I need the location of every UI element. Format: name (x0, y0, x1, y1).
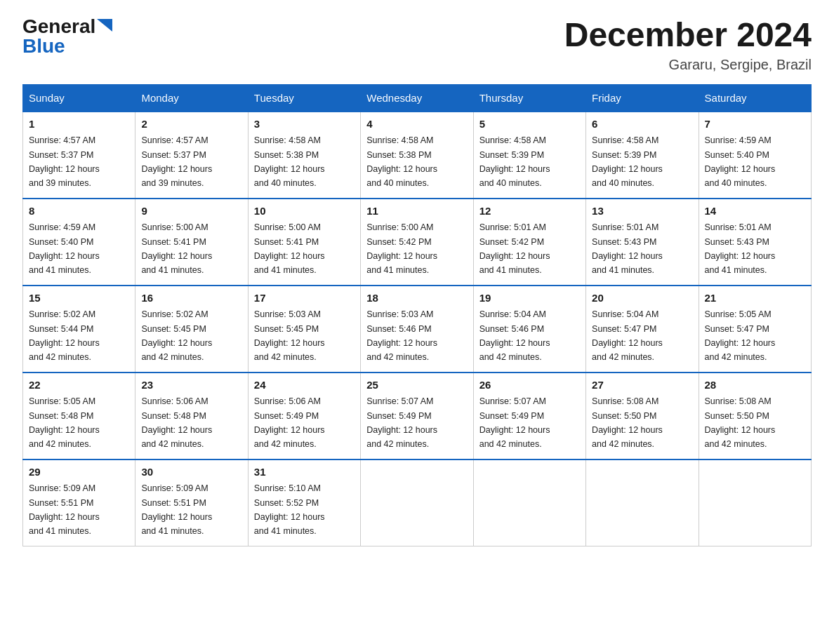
day-info: Sunrise: 5:08 AMSunset: 5:50 PMDaylight:… (592, 396, 663, 449)
calendar-cell: 23 Sunrise: 5:06 AMSunset: 5:48 PMDaylig… (135, 373, 248, 459)
day-info: Sunrise: 5:04 AMSunset: 5:46 PMDaylight:… (479, 309, 550, 362)
calendar-week-row: 22 Sunrise: 5:05 AMSunset: 5:48 PMDaylig… (23, 373, 812, 459)
calendar-cell (473, 459, 585, 546)
day-info: Sunrise: 5:06 AMSunset: 5:49 PMDaylight:… (254, 396, 325, 449)
day-info: Sunrise: 4:59 AMSunset: 5:40 PMDaylight:… (29, 222, 100, 275)
day-info: Sunrise: 5:01 AMSunset: 5:42 PMDaylight:… (479, 222, 550, 275)
day-number: 19 (479, 290, 580, 307)
day-number: 27 (592, 377, 692, 394)
day-number: 29 (29, 464, 129, 481)
column-header-friday: Friday (586, 84, 699, 112)
calendar-cell: 9 Sunrise: 5:00 AMSunset: 5:41 PMDayligh… (135, 199, 248, 286)
day-info: Sunrise: 5:03 AMSunset: 5:45 PMDaylight:… (254, 309, 325, 362)
location-text: Gararu, Sergipe, Brazil (564, 57, 812, 73)
day-info: Sunrise: 4:58 AMSunset: 5:38 PMDaylight:… (254, 135, 325, 188)
day-info: Sunrise: 4:59 AMSunset: 5:40 PMDaylight:… (705, 135, 776, 188)
day-number: 2 (141, 116, 241, 133)
logo-triangle-icon (97, 19, 112, 32)
day-info: Sunrise: 5:00 AMSunset: 5:41 PMDaylight:… (141, 222, 212, 275)
day-info: Sunrise: 5:08 AMSunset: 5:50 PMDaylight:… (705, 396, 776, 449)
day-info: Sunrise: 4:58 AMSunset: 5:39 PMDaylight:… (592, 135, 663, 188)
day-info: Sunrise: 5:03 AMSunset: 5:46 PMDaylight:… (366, 309, 437, 362)
day-info: Sunrise: 5:07 AMSunset: 5:49 PMDaylight:… (366, 396, 437, 449)
calendar-cell: 4 Sunrise: 4:58 AMSunset: 5:38 PMDayligh… (361, 112, 473, 199)
calendar-cell: 22 Sunrise: 5:05 AMSunset: 5:48 PMDaylig… (23, 373, 135, 459)
day-number: 7 (705, 116, 805, 133)
day-number: 3 (254, 116, 355, 133)
day-info: Sunrise: 5:05 AMSunset: 5:48 PMDaylight:… (29, 396, 100, 449)
column-header-sunday: Sunday (23, 84, 135, 112)
day-number: 10 (254, 203, 355, 220)
calendar-cell: 18 Sunrise: 5:03 AMSunset: 5:46 PMDaylig… (361, 286, 473, 373)
calendar-week-row: 8 Sunrise: 4:59 AMSunset: 5:40 PMDayligh… (23, 199, 812, 286)
day-number: 31 (254, 464, 355, 481)
day-number: 8 (29, 203, 129, 220)
day-info: Sunrise: 5:07 AMSunset: 5:49 PMDaylight:… (479, 396, 550, 449)
calendar-cell: 11 Sunrise: 5:00 AMSunset: 5:42 PMDaylig… (361, 199, 473, 286)
day-number: 14 (705, 203, 805, 220)
calendar-cell: 27 Sunrise: 5:08 AMSunset: 5:50 PMDaylig… (586, 373, 699, 459)
day-number: 17 (254, 290, 355, 307)
day-number: 26 (479, 377, 580, 394)
calendar-cell: 21 Sunrise: 5:05 AMSunset: 5:47 PMDaylig… (699, 286, 811, 373)
calendar-week-row: 29 Sunrise: 5:09 AMSunset: 5:51 PMDaylig… (23, 459, 812, 546)
day-info: Sunrise: 4:58 AMSunset: 5:38 PMDaylight:… (366, 135, 437, 188)
day-info: Sunrise: 5:04 AMSunset: 5:47 PMDaylight:… (592, 309, 663, 362)
calendar-cell (586, 459, 699, 546)
day-info: Sunrise: 5:10 AMSunset: 5:52 PMDaylight:… (254, 483, 325, 536)
day-number: 11 (366, 203, 467, 220)
column-header-wednesday: Wednesday (361, 84, 473, 112)
month-title: December 2024 (564, 17, 812, 54)
calendar-cell: 30 Sunrise: 5:09 AMSunset: 5:51 PMDaylig… (135, 459, 248, 546)
calendar-cell: 2 Sunrise: 4:57 AMSunset: 5:37 PMDayligh… (135, 112, 248, 199)
calendar-cell: 1 Sunrise: 4:57 AMSunset: 5:37 PMDayligh… (23, 112, 135, 199)
day-info: Sunrise: 5:00 AMSunset: 5:42 PMDaylight:… (366, 222, 437, 275)
svg-marker-0 (97, 19, 112, 32)
day-number: 4 (366, 116, 467, 133)
logo-blue-text: Blue (22, 36, 65, 56)
calendar-cell: 16 Sunrise: 5:02 AMSunset: 5:45 PMDaylig… (135, 286, 248, 373)
day-number: 1 (29, 116, 129, 133)
calendar-cell: 8 Sunrise: 4:59 AMSunset: 5:40 PMDayligh… (23, 199, 135, 286)
day-info: Sunrise: 5:00 AMSunset: 5:41 PMDaylight:… (254, 222, 325, 275)
calendar-cell: 31 Sunrise: 5:10 AMSunset: 5:52 PMDaylig… (248, 459, 360, 546)
calendar-cell: 5 Sunrise: 4:58 AMSunset: 5:39 PMDayligh… (473, 112, 585, 199)
day-info: Sunrise: 4:57 AMSunset: 5:37 PMDaylight:… (29, 135, 100, 188)
calendar-cell: 20 Sunrise: 5:04 AMSunset: 5:47 PMDaylig… (586, 286, 699, 373)
day-info: Sunrise: 4:57 AMSunset: 5:37 PMDaylight:… (141, 135, 212, 188)
calendar-cell: 10 Sunrise: 5:00 AMSunset: 5:41 PMDaylig… (248, 199, 360, 286)
calendar-cell: 12 Sunrise: 5:01 AMSunset: 5:42 PMDaylig… (473, 199, 585, 286)
day-number: 18 (366, 290, 467, 307)
calendar-cell: 7 Sunrise: 4:59 AMSunset: 5:40 PMDayligh… (699, 112, 811, 199)
day-info: Sunrise: 5:05 AMSunset: 5:47 PMDaylight:… (705, 309, 776, 362)
calendar-cell (361, 459, 473, 546)
day-number: 21 (705, 290, 805, 307)
day-info: Sunrise: 5:01 AMSunset: 5:43 PMDaylight:… (705, 222, 776, 275)
column-header-saturday: Saturday (699, 84, 811, 112)
day-info: Sunrise: 5:09 AMSunset: 5:51 PMDaylight:… (29, 483, 100, 536)
logo: General Blue (22, 17, 112, 56)
day-info: Sunrise: 5:09 AMSunset: 5:51 PMDaylight:… (141, 483, 212, 536)
title-area: December 2024 Gararu, Sergipe, Brazil (564, 17, 812, 73)
calendar-cell: 6 Sunrise: 4:58 AMSunset: 5:39 PMDayligh… (586, 112, 699, 199)
calendar-week-row: 1 Sunrise: 4:57 AMSunset: 5:37 PMDayligh… (23, 112, 812, 199)
column-header-thursday: Thursday (473, 84, 585, 112)
day-number: 13 (592, 203, 692, 220)
day-number: 12 (479, 203, 580, 220)
calendar-cell: 15 Sunrise: 5:02 AMSunset: 5:44 PMDaylig… (23, 286, 135, 373)
day-number: 16 (141, 290, 241, 307)
calendar-cell: 24 Sunrise: 5:06 AMSunset: 5:49 PMDaylig… (248, 373, 360, 459)
day-info: Sunrise: 5:02 AMSunset: 5:45 PMDaylight:… (141, 309, 212, 362)
calendar-table: SundayMondayTuesdayWednesdayThursdayFrid… (22, 84, 812, 546)
calendar-cell: 14 Sunrise: 5:01 AMSunset: 5:43 PMDaylig… (699, 199, 811, 286)
calendar-cell: 3 Sunrise: 4:58 AMSunset: 5:38 PMDayligh… (248, 112, 360, 199)
day-number: 23 (141, 377, 241, 394)
calendar-header-row: SundayMondayTuesdayWednesdayThursdayFrid… (23, 84, 812, 112)
day-info: Sunrise: 5:01 AMSunset: 5:43 PMDaylight:… (592, 222, 663, 275)
calendar-week-row: 15 Sunrise: 5:02 AMSunset: 5:44 PMDaylig… (23, 286, 812, 373)
day-info: Sunrise: 5:06 AMSunset: 5:48 PMDaylight:… (141, 396, 212, 449)
page-header: General Blue December 2024 Gararu, Sergi… (22, 17, 812, 73)
day-number: 9 (141, 203, 241, 220)
day-number: 5 (479, 116, 580, 133)
calendar-cell: 26 Sunrise: 5:07 AMSunset: 5:49 PMDaylig… (473, 373, 585, 459)
